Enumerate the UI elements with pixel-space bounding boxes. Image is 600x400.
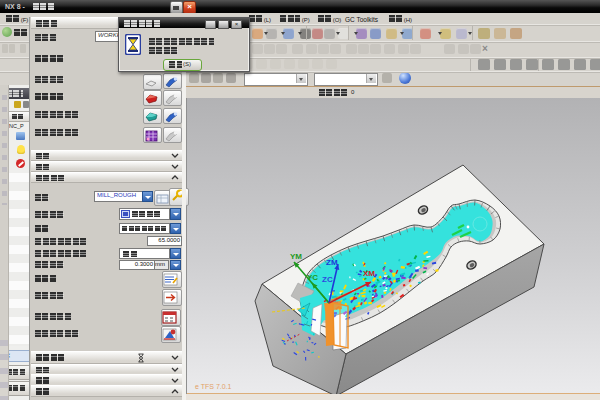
svg-text:ZM: ZM bbox=[326, 258, 338, 267]
svg-text:YM: YM bbox=[290, 252, 302, 261]
svg-text:YC: YC bbox=[307, 273, 318, 282]
svg-text:ZC: ZC bbox=[322, 275, 333, 284]
svg-text:XM: XM bbox=[363, 269, 375, 278]
